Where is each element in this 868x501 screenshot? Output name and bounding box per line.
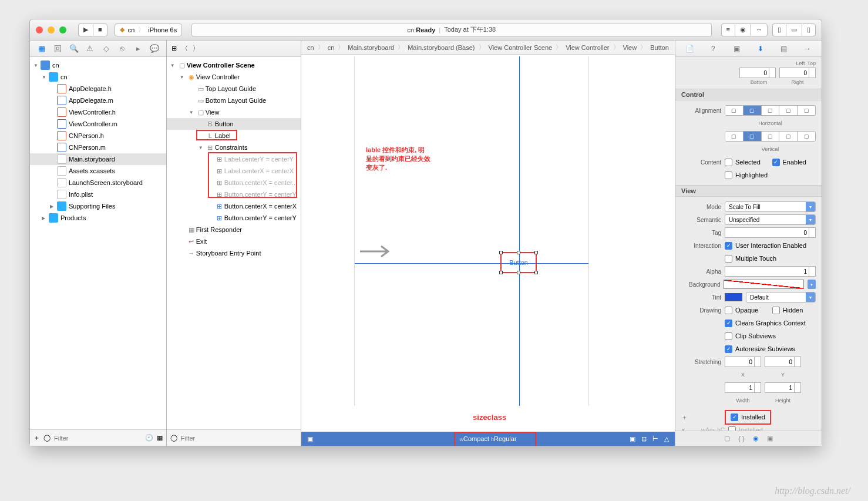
- stop-button[interactable]: ■: [93, 23, 107, 36]
- tint-dropdown[interactable]: Default: [746, 292, 816, 302]
- insp-tab-file[interactable]: 📄: [684, 43, 695, 55]
- outline-item[interactable]: ▭Top Layout Guide: [167, 83, 301, 95]
- outline-item[interactable]: ▦First Responder: [167, 224, 301, 236]
- breadcrumb-item[interactable]: cn: [306, 44, 315, 51]
- add-variation-button[interactable]: ＋: [681, 413, 688, 422]
- outline-filter-input[interactable]: [181, 435, 297, 442]
- outline-item[interactable]: ⊞Label.centerY = centerY: [167, 153, 301, 165]
- clear-graphics-checkbox[interactable]: [725, 320, 732, 327]
- autoresize-checkbox[interactable]: [725, 345, 732, 353]
- minimize-window-button[interactable]: [48, 26, 55, 33]
- scene-outline[interactable]: ▼▢View Controller Scene▼◉View Controller…: [167, 57, 301, 429]
- insp-tab-attributes[interactable]: ⬇: [755, 43, 766, 55]
- outline-item[interactable]: →Storyboard Entry Point: [167, 247, 301, 259]
- multiple-touch-checkbox[interactable]: [725, 255, 732, 263]
- clip-subviews-checkbox[interactable]: [725, 332, 732, 340]
- alpha-field[interactable]: [725, 266, 816, 277]
- outline-item[interactable]: ⊞Button.centerY = centerY: [167, 212, 301, 224]
- related-items-icon[interactable]: ⊞: [171, 45, 177, 52]
- embed-in-button[interactable]: ▣: [630, 435, 635, 443]
- vertical-alignment-control[interactable]: ▢▢▢▢▢: [725, 131, 816, 142]
- scheme-selector[interactable]: ◆cn 〉 iPhone 6s: [115, 23, 183, 36]
- outline-item[interactable]: ⊞Button.centerY = centerY: [167, 189, 301, 200]
- resolve-issues-button[interactable]: △: [664, 435, 669, 443]
- semantic-dropdown[interactable]: Unspecified: [725, 214, 816, 225]
- file-tree-item[interactable]: LaunchScreen.storyboard: [30, 177, 166, 189]
- toggle-outline-icon[interactable]: ▣: [307, 435, 313, 443]
- outline-item[interactable]: ▼⊞Constraints: [167, 142, 301, 153]
- toggle-navigator[interactable]: ▯: [772, 23, 786, 36]
- horizontal-alignment-control[interactable]: ▢▢▢▢▢: [725, 105, 816, 116]
- outline-item[interactable]: LLabel: [167, 130, 301, 142]
- background-color-well[interactable]: [724, 280, 804, 289]
- breadcrumb-item[interactable]: View Controller Scene: [487, 44, 554, 51]
- insp-tab-help[interactable]: ?: [707, 43, 719, 55]
- nav-tab-project[interactable]: ▦: [36, 43, 47, 54]
- editor-assistant[interactable]: ◉: [735, 23, 751, 36]
- insp-tab-connections[interactable]: →: [802, 43, 813, 55]
- lib-code-snippets[interactable]: { }: [738, 435, 744, 442]
- pin-button[interactable]: ⊢: [652, 435, 658, 443]
- file-tree-item[interactable]: ▼cn: [30, 59, 166, 71]
- view-controller-canvas[interactable]: Button: [354, 56, 589, 406]
- file-tree-item[interactable]: Assets.xcassets: [30, 165, 166, 177]
- align-button[interactable]: ⊟: [641, 435, 647, 443]
- file-tree[interactable]: ▼cn▼cnhAppDelegate.hmAppDelegate.mhViewC…: [30, 57, 166, 429]
- file-tree-item[interactable]: mViewController.m: [30, 118, 166, 130]
- file-tree-item[interactable]: Main.storyboard: [30, 153, 166, 165]
- nav-tab-breakpoints[interactable]: ▸: [133, 43, 144, 54]
- nav-tab-find[interactable]: 🔍: [69, 43, 79, 54]
- breadcrumb-item[interactable]: View: [622, 44, 638, 51]
- file-tree-item[interactable]: mAppDelegate.m: [30, 95, 166, 106]
- add-file-button[interactable]: ＋: [33, 433, 40, 442]
- file-tree-item[interactable]: hCNPerson.h: [30, 130, 166, 142]
- filter-sourcectrl-icon[interactable]: ▦: [157, 434, 163, 442]
- size-class-selector[interactable]: wCompact hRegular: [459, 435, 516, 442]
- forward-button[interactable]: 〉: [193, 44, 199, 53]
- nav-tab-tests[interactable]: ◇: [101, 43, 112, 54]
- tint-swatch[interactable]: [725, 293, 742, 301]
- enabled-checkbox[interactable]: [772, 159, 780, 166]
- highlighted-checkbox[interactable]: [725, 172, 732, 179]
- opaque-checkbox[interactable]: [725, 307, 732, 314]
- background-color-menu[interactable]: ▾: [808, 280, 816, 289]
- nav-tab-debug[interactable]: ⎋: [117, 43, 127, 54]
- nav-tab-issues[interactable]: ⚠: [85, 43, 95, 54]
- nav-tab-symbol[interactable]: 回: [52, 43, 63, 54]
- filter-clock-icon[interactable]: 🕘: [145, 434, 153, 442]
- file-tree-item[interactable]: hViewController.h: [30, 106, 166, 118]
- outline-item[interactable]: ⊞Button.centerX = center...: [167, 177, 301, 189]
- selected-checkbox[interactable]: [725, 159, 732, 166]
- file-tree-item[interactable]: ▶Products: [30, 212, 166, 224]
- breadcrumb-item[interactable]: Main.storyboard: [346, 44, 395, 51]
- installed-checkbox[interactable]: [731, 413, 738, 421]
- tag-field[interactable]: [725, 227, 816, 238]
- close-window-button[interactable]: [36, 26, 43, 33]
- nav-tab-reports[interactable]: 💬: [149, 43, 160, 54]
- breadcrumb[interactable]: cn〉cn〉Main.storyboard〉Main.storyboard (B…: [301, 41, 675, 55]
- editor-standard[interactable]: ≡: [721, 23, 735, 36]
- outline-item[interactable]: BButton: [167, 118, 301, 130]
- back-button[interactable]: 〈: [181, 44, 188, 53]
- breadcrumb-item[interactable]: Main.storyboard (Base): [406, 44, 476, 51]
- lib-media[interactable]: ▣: [767, 435, 773, 442]
- editor-version[interactable]: ↔: [751, 23, 768, 36]
- filter-input[interactable]: [54, 435, 142, 442]
- breadcrumb-item[interactable]: cn: [327, 44, 336, 51]
- file-tree-item[interactable]: hAppDelegate.h: [30, 83, 166, 95]
- breadcrumb-item[interactable]: Button: [649, 44, 670, 51]
- installed-anyhc-checkbox[interactable]: [728, 426, 736, 431]
- insp-tab-identity[interactable]: ▣: [731, 43, 742, 55]
- run-button[interactable]: ▶: [78, 23, 93, 36]
- remove-variation-1[interactable]: ×: [681, 426, 688, 431]
- file-tree-item[interactable]: Info.plist: [30, 189, 166, 200]
- outline-item[interactable]: ▼◉View Controller: [167, 71, 301, 83]
- lib-objects[interactable]: ◉: [753, 435, 759, 442]
- outline-item[interactable]: ▼▢View: [167, 106, 301, 118]
- lib-file-templates[interactable]: ▢: [724, 435, 730, 442]
- file-tree-item[interactable]: ▼cn: [30, 71, 166, 83]
- maximize-window-button[interactable]: [59, 26, 66, 33]
- outline-item[interactable]: ↩Exit: [167, 236, 301, 247]
- outline-item[interactable]: ⊞Button.centerX = centerX: [167, 200, 301, 212]
- file-tree-item[interactable]: mCNPerson.m: [30, 142, 166, 153]
